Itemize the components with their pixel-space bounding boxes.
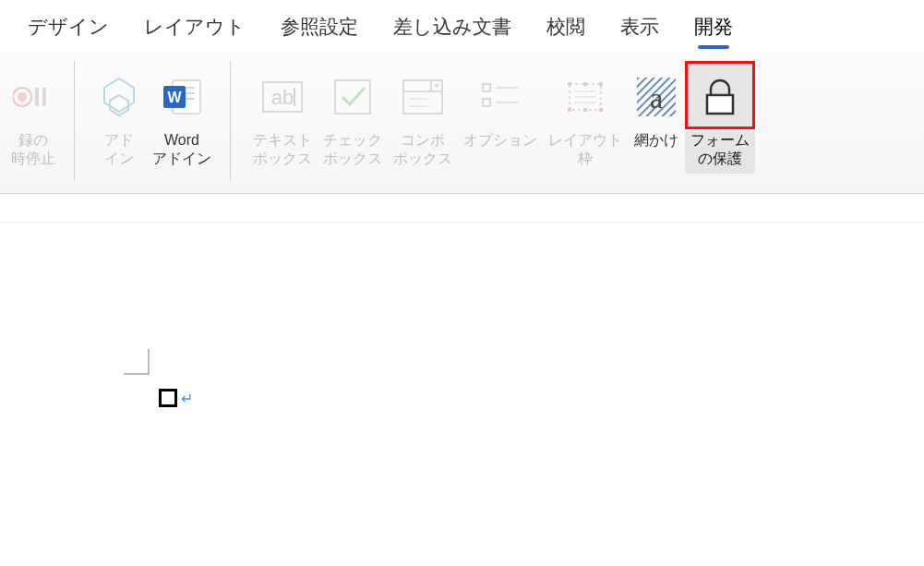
addins-label: アド イン [104, 131, 134, 168]
shading-icon: a [633, 66, 679, 127]
combobox-icon [400, 66, 446, 127]
svg-rect-26 [568, 82, 571, 86]
svg-rect-15 [335, 80, 370, 114]
frame-icon [562, 66, 608, 127]
tab-layout[interactable]: レイアウト [144, 14, 246, 47]
hexagon-icon [97, 66, 141, 127]
margin-corner-mark [124, 349, 150, 375]
tab-references[interactable]: 参照設定 [281, 14, 358, 47]
combobox-button: コンボ ボックス [388, 61, 458, 174]
svg-rect-23 [483, 99, 490, 106]
tab-review[interactable]: 校閲 [546, 14, 585, 47]
tab-mailings[interactable]: 差し込み文書 [393, 14, 511, 47]
shading-button[interactable]: a 網かけ [628, 61, 685, 155]
svg-rect-31 [583, 108, 587, 112]
record-icon [13, 66, 54, 127]
shading-label: 網かけ [634, 131, 678, 150]
svg-text:a: a [650, 81, 663, 114]
options-button: オプション [458, 61, 543, 155]
svg-rect-28 [568, 108, 571, 112]
options-label: オプション [463, 131, 537, 150]
addins-button: アド イン [91, 61, 147, 174]
svg-rect-38 [707, 95, 733, 114]
svg-point-1 [18, 92, 27, 102]
word-addins-label: Word アドイン [152, 131, 211, 168]
word-icon: W [160, 66, 204, 127]
tab-view[interactable]: 表示 [620, 14, 659, 47]
options-icon [477, 66, 523, 127]
svg-rect-3 [42, 88, 46, 106]
form-checkbox-field[interactable] [159, 389, 177, 407]
layout-frame-button: レイアウト 枠 [543, 61, 628, 174]
separator [74, 61, 75, 181]
textbox-icon: ab [259, 66, 306, 127]
ribbon-toolbar: 録の 時停止 アド イン W [0, 52, 924, 194]
checkbox-label: チェック ボックス [323, 131, 382, 168]
document-canvas[interactable]: ↵ [0, 194, 924, 566]
textbox-button: ab テキスト ボックス [247, 61, 318, 174]
protect-form-label: フォーム の保護 [690, 131, 750, 168]
record-stop-label: 録の 時停止 [11, 131, 55, 168]
checkbox-button: チェック ボックス [318, 61, 388, 174]
svg-rect-21 [483, 84, 490, 91]
tab-developer[interactable]: 開発 [694, 14, 733, 47]
record-stop-button: 録の 時停止 [6, 61, 61, 174]
paragraph-mark: ↵ [181, 390, 193, 407]
tab-design[interactable]: デザイン [28, 14, 109, 47]
protect-form-button[interactable]: フォーム の保護 [685, 61, 755, 174]
lock-icon [698, 66, 742, 127]
svg-rect-2 [35, 88, 39, 106]
svg-rect-30 [583, 82, 587, 86]
svg-text:W: W [167, 90, 182, 105]
layout-frame-label: レイアウト 枠 [548, 131, 622, 168]
svg-rect-29 [599, 108, 603, 112]
combobox-label: コンボ ボックス [393, 131, 452, 168]
separator [230, 61, 231, 181]
svg-rect-27 [599, 82, 603, 86]
svg-text:ab: ab [271, 86, 294, 109]
ribbon-tabs: デザイン レイアウト 参照設定 差し込み文書 校閲 表示 開発 [0, 0, 924, 52]
word-addins-button[interactable]: W Word アドイン [147, 61, 217, 174]
textbox-label: テキスト ボックス [253, 131, 312, 168]
checkbox-icon [330, 66, 376, 127]
